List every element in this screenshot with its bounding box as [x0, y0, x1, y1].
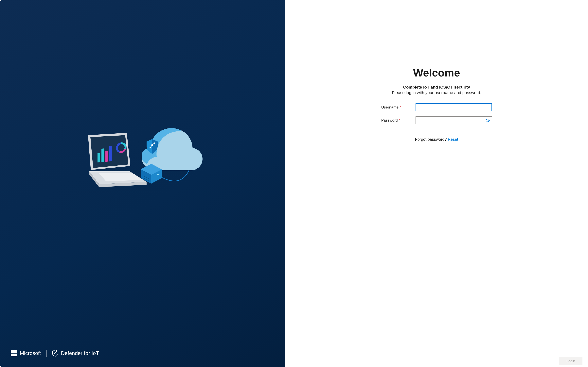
subtitle-bold: Complete IoT and ICS/OT security: [403, 85, 470, 90]
svg-rect-20: [109, 146, 112, 161]
password-row: Password *: [381, 117, 492, 124]
show-password-button[interactable]: [485, 118, 490, 123]
svg-rect-18: [102, 148, 104, 162]
username-label: Username *: [381, 105, 416, 109]
password-label: Password *: [381, 118, 416, 123]
login-panel: Welcome Complete IoT and ICS/OT security…: [285, 0, 588, 367]
login-form: Welcome Complete IoT and ICS/OT security…: [381, 67, 492, 142]
svg-point-4: [154, 142, 155, 144]
svg-point-27: [487, 120, 488, 121]
subtitle-text: Please log in with your username and pas…: [392, 90, 481, 95]
brand-divider: [46, 350, 47, 357]
login-button[interactable]: Login: [559, 357, 582, 365]
brand-bar: Microsoft Defender for IoT: [0, 350, 285, 367]
forgot-text: Forgot password?: [415, 137, 448, 142]
eye-icon: [486, 119, 490, 122]
microsoft-label: Microsoft: [20, 350, 41, 356]
svg-point-3: [150, 147, 151, 148]
reset-link[interactable]: Reset: [448, 137, 458, 142]
required-mark: *: [400, 106, 401, 109]
username-input[interactable]: [416, 103, 492, 111]
hero-illustration: [79, 117, 206, 189]
svg-rect-19: [105, 151, 108, 162]
svg-point-25: [54, 354, 54, 355]
separator: [381, 131, 492, 131]
microsoft-brand: Microsoft: [11, 350, 41, 356]
product-label: Defender for IoT: [61, 350, 99, 356]
username-row: Username *: [381, 103, 492, 111]
page-title: Welcome: [413, 67, 460, 79]
required-mark: *: [399, 119, 400, 122]
hero-panel: Microsoft Defender for IoT: [0, 0, 285, 367]
shield-icon: [52, 350, 58, 357]
svg-point-26: [56, 351, 57, 352]
svg-rect-17: [97, 153, 100, 162]
password-input[interactable]: [416, 117, 492, 124]
svg-point-10: [157, 174, 159, 175]
forgot-password-row: Forgot password? Reset: [415, 137, 458, 142]
microsoft-logo-icon: [11, 350, 17, 356]
product-brand: Defender for IoT: [52, 350, 99, 357]
